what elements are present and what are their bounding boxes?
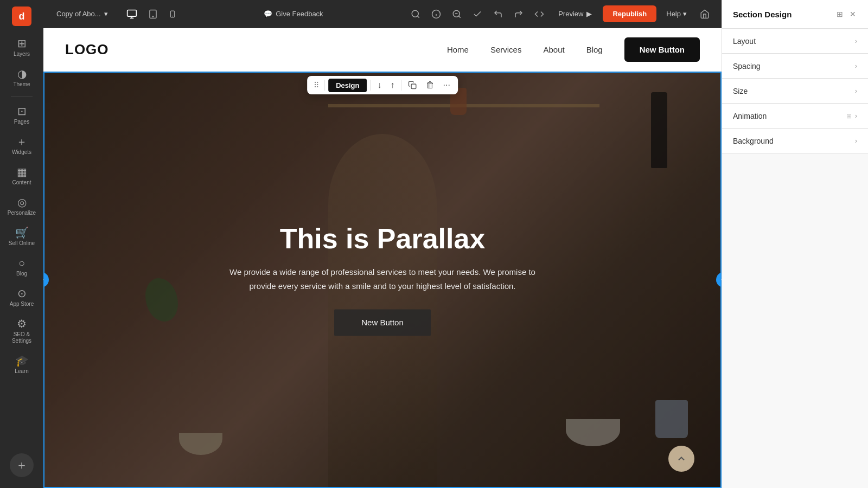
hero-subtitle: We provide a wide range of professional … xyxy=(220,266,545,293)
republish-label: Republish xyxy=(612,10,647,18)
project-name-dropdown[interactable]: Copy of Abo... ▾ xyxy=(52,8,112,20)
hero-title: This is Parallax xyxy=(220,223,545,254)
redo-button[interactable] xyxy=(510,6,527,22)
spacing-chevron-icon: › xyxy=(855,62,857,70)
spacing-section: Spacing › xyxy=(722,54,868,79)
right-sidebar-title: Section Design xyxy=(733,10,792,19)
size-chevron-icon: › xyxy=(855,87,857,95)
sell-icon: 🛒 xyxy=(15,227,29,238)
background-section: Background › xyxy=(722,129,868,153)
help-button[interactable]: Help ▾ xyxy=(661,7,692,21)
sidebar-close-button[interactable]: ✕ xyxy=(848,9,857,20)
sidebar-item-appstore-label: App Store xyxy=(10,301,34,307)
sidebar-expand-button[interactable]: ⊞ xyxy=(835,9,844,20)
device-icons xyxy=(123,5,180,23)
info-button[interactable] xyxy=(428,6,444,22)
svg-rect-0 xyxy=(127,10,136,16)
code-button[interactable] xyxy=(531,6,547,22)
animation-section: Animation ⊞ › xyxy=(722,104,868,129)
top-toolbar: Copy of Abo... ▾ 💬 Give Feedback xyxy=(43,0,722,28)
tablet-device-button[interactable] xyxy=(145,5,161,23)
sidebar-item-pages[interactable]: ⊡ Pages xyxy=(3,101,40,130)
nav-link-home[interactable]: Home xyxy=(447,45,469,54)
give-feedback-button[interactable]: 💬 Give Feedback xyxy=(257,7,329,21)
size-label: Size xyxy=(733,87,748,95)
canvas-area: LOGO Home Services About Blog New Button xyxy=(43,28,722,488)
sidebar-item-layers[interactable]: ⊞ Layers xyxy=(3,34,40,62)
background-chevron-icon: › xyxy=(855,137,857,145)
animation-section-row[interactable]: Animation ⊞ › xyxy=(722,104,868,128)
spacing-section-row[interactable]: Spacing › xyxy=(722,54,868,78)
section-toolbar: ⠿ Design ↓ ↑ 🗑 ··· xyxy=(307,76,458,94)
sidebar-item-personalize[interactable]: ◎ Personalize xyxy=(3,192,40,221)
nav-link-about[interactable]: About xyxy=(543,45,564,54)
delete-section-button[interactable]: 🗑 xyxy=(423,78,438,92)
sidebar-item-theme[interactable]: ◑ Theme xyxy=(3,64,40,92)
sidebar-item-sell-label: Sell Online xyxy=(9,240,35,247)
sidebar-item-theme-label: Theme xyxy=(13,81,30,88)
check-button[interactable] xyxy=(469,6,486,22)
appstore-icon: ⊙ xyxy=(17,288,27,299)
layers-icon: ⊞ xyxy=(17,38,27,49)
nav-cta-button[interactable]: New Button xyxy=(624,37,700,62)
undo-button[interactable] xyxy=(490,6,506,22)
main-area: Copy of Abo... ▾ 💬 Give Feedback xyxy=(43,0,722,488)
home-button[interactable] xyxy=(697,6,713,22)
mobile-device-button[interactable] xyxy=(165,5,180,23)
sidebar-item-content[interactable]: ▦ Content xyxy=(3,162,40,190)
hero-cta-button[interactable]: New Button xyxy=(334,310,431,336)
move-up-button[interactable]: ↑ xyxy=(387,78,398,92)
blog-icon: ○ xyxy=(18,258,25,268)
layout-section: Layout › xyxy=(722,29,868,54)
sidebar-item-sell[interactable]: 🛒 Sell Online xyxy=(3,223,40,251)
svg-point-4 xyxy=(152,16,154,17)
site-nav: LOGO Home Services About Blog New Button xyxy=(43,28,722,72)
sidebar-item-blog[interactable]: ○ Blog xyxy=(3,253,40,281)
duplicate-section-button[interactable] xyxy=(405,79,420,92)
hero-section[interactable]: Section ⠿ Design ↓ ↑ 🗑 ··· xyxy=(43,72,722,488)
desktop-device-button[interactable] xyxy=(123,5,141,23)
background-label: Background xyxy=(733,137,774,145)
nav-link-services[interactable]: Services xyxy=(490,45,522,54)
more-options-button[interactable]: ··· xyxy=(440,78,454,92)
animation-external-icon: ⊞ xyxy=(846,112,852,120)
layout-section-row[interactable]: Layout › xyxy=(722,29,868,53)
toolbar-right: Preview ▶ Republish Help ▾ xyxy=(407,5,713,22)
app-logo[interactable]: d xyxy=(5,5,38,27)
section-design-button[interactable]: Design xyxy=(328,79,367,92)
nav-link-blog[interactable]: Blog xyxy=(586,45,603,54)
toolbar-divider-3 xyxy=(401,80,402,91)
add-element-button[interactable]: ＋ xyxy=(10,453,34,477)
toolbar-center: 💬 Give Feedback xyxy=(186,7,401,21)
sidebar-item-widgets[interactable]: ＋ Widgets xyxy=(3,132,40,160)
theme-icon: ◑ xyxy=(17,68,27,79)
right-sidebar: Section Design ⊞ ✕ Layout › Spacing › Si… xyxy=(722,0,868,488)
search-button[interactable] xyxy=(407,6,424,22)
preview-button[interactable]: Preview ▶ xyxy=(552,7,598,21)
sidebar-item-seo-label: SEO & Settings xyxy=(5,331,38,344)
duda-logo-icon: d xyxy=(12,7,31,26)
sidebar-item-learn[interactable]: 🎓 Learn xyxy=(3,351,40,379)
svg-point-7 xyxy=(412,10,418,17)
layout-chevron-icon: › xyxy=(855,37,857,45)
republish-button[interactable]: Republish xyxy=(603,5,656,22)
right-sidebar-header: Section Design ⊞ ✕ xyxy=(722,0,868,29)
size-section: Size › xyxy=(722,79,868,104)
sidebar-item-seo[interactable]: ⚙ SEO & Settings xyxy=(3,314,40,349)
sidebar-item-pages-label: Pages xyxy=(14,119,29,125)
zoom-out-button[interactable] xyxy=(449,6,465,22)
size-section-row[interactable]: Size › xyxy=(722,79,868,103)
project-name-text: Copy of Abo... xyxy=(56,10,101,18)
sidebar-item-blog-label: Blog xyxy=(16,271,27,277)
layout-label: Layout xyxy=(733,37,756,46)
background-section-row[interactable]: Background › xyxy=(722,129,868,153)
site-nav-links: Home Services About Blog xyxy=(447,45,603,54)
hero-content: This is Parallax We provide a wide range… xyxy=(220,223,545,336)
move-down-button[interactable]: ↓ xyxy=(374,78,385,92)
help-label: Help xyxy=(666,10,681,18)
sidebar-item-appstore[interactable]: ⊙ App Store xyxy=(3,284,40,312)
scroll-to-top-button[interactable] xyxy=(668,446,694,472)
drag-handle-icon[interactable]: ⠿ xyxy=(311,79,321,92)
pages-icon: ⊡ xyxy=(17,106,27,117)
toolbar-divider-2 xyxy=(371,80,371,91)
